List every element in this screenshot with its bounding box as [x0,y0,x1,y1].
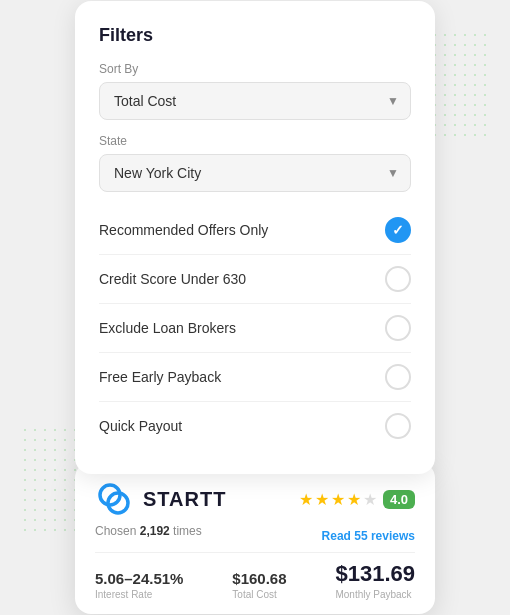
product-card: STARTT ★ ★ ★ ★ ★ 4.0 Chosen 2,192 times [75,462,435,614]
total-cost-label: Total Cost [232,589,286,600]
reviews-link[interactable]: Read 55 reviews [322,529,415,543]
reviews-label: Read [322,529,351,543]
checkbox-free-early[interactable]: Free Early Payback [99,353,411,402]
chosen-count: 2,192 [140,524,170,538]
main-container: Filters Sort By Total Cost Interest Rate… [75,1,435,614]
star-2-icon: ★ [315,490,329,509]
star-rating: ★ ★ ★ ★ ★ [299,490,377,509]
checkbox-quick-payout-input[interactable] [385,413,411,439]
interest-rate-value: 5.06–24.51% [95,570,183,587]
rating-area: ★ ★ ★ ★ ★ 4.0 [299,490,415,509]
checkbox-free-early-input[interactable] [385,364,411,390]
total-cost-stat: $160.68 Total Cost [232,570,286,600]
monthly-payment-stat: $131.69 Monthly Payback [335,561,415,600]
total-cost-value: $160.68 [232,570,286,587]
checkbox-quick-payout-label: Quick Payout [99,418,182,434]
state-wrapper: New York City Los Angeles Chicago Housto… [99,154,411,192]
chosen-suffix: times [173,524,202,538]
chosen-label: Chosen [95,524,136,538]
sort-by-select[interactable]: Total Cost Interest Rate Monthly Payment… [99,82,411,120]
checkbox-recommended-input[interactable]: ✓ [385,217,411,243]
checkbox-exclude-brokers-input[interactable] [385,315,411,341]
sort-by-wrapper: Total Cost Interest Rate Monthly Payment… [99,82,411,120]
checkmark-icon: ✓ [392,222,404,238]
checkbox-quick-payout[interactable]: Quick Payout [99,402,411,450]
product-stats-row: 5.06–24.51% Interest Rate $160.68 Total … [95,552,415,600]
checkbox-free-early-label: Free Early Payback [99,369,221,385]
rating-badge: 4.0 [383,490,415,509]
checkbox-recommended[interactable]: Recommended Offers Only ✓ [99,206,411,255]
checkbox-exclude-brokers-label: Exclude Loan Brokers [99,320,236,336]
interest-rate-stat: 5.06–24.51% Interest Rate [95,570,183,600]
checkbox-credit-score-label: Credit Score Under 630 [99,271,246,287]
brand-logo-icon [95,480,133,518]
checkbox-credit-score-input[interactable] [385,266,411,292]
reviews-suffix: reviews [371,529,415,543]
chosen-text: Chosen 2,192 times [95,524,202,538]
monthly-payment-value: $131.69 [335,561,415,587]
state-select[interactable]: New York City Los Angeles Chicago Housto… [99,154,411,192]
star-1-icon: ★ [299,490,313,509]
reviews-count[interactable]: 55 [354,529,367,543]
sub-header-row: Chosen 2,192 times Read 55 reviews [95,524,415,548]
checkbox-group: Recommended Offers Only ✓ Credit Score U… [99,206,411,450]
product-header: STARTT ★ ★ ★ ★ ★ 4.0 [95,480,415,518]
star-3-icon: ★ [331,490,345,509]
checkbox-recommended-label: Recommended Offers Only [99,222,268,238]
state-label: State [99,134,411,148]
sort-by-label: Sort By [99,62,411,76]
monthly-payment-label: Monthly Payback [335,589,415,600]
filters-title: Filters [99,25,411,46]
filters-card: Filters Sort By Total Cost Interest Rate… [75,1,435,474]
star-5-icon: ★ [363,490,377,509]
brand-area: STARTT [95,480,226,518]
star-4-icon: ★ [347,490,361,509]
checkbox-credit-score[interactable]: Credit Score Under 630 [99,255,411,304]
checkbox-exclude-brokers[interactable]: Exclude Loan Brokers [99,304,411,353]
brand-name: STARTT [143,488,226,511]
interest-rate-label: Interest Rate [95,589,183,600]
